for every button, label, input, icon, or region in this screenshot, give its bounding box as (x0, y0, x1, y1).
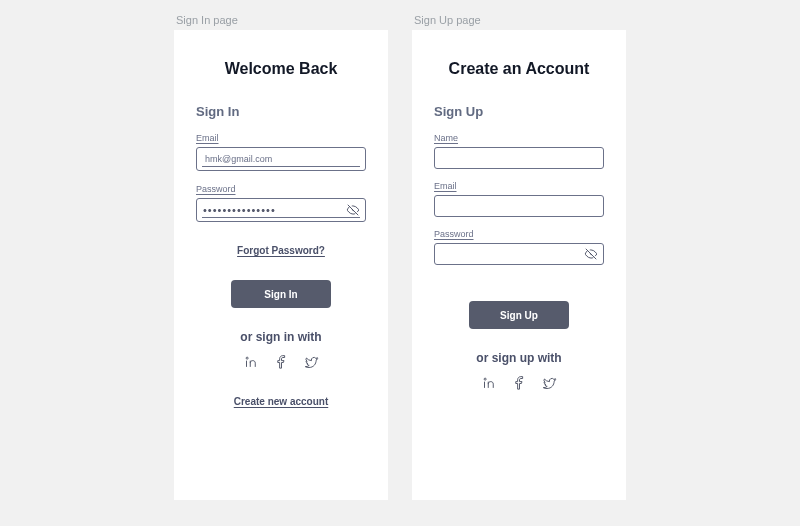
signup-password-field: Password (434, 229, 604, 265)
signin-submit-button[interactable]: Sign In (231, 280, 331, 308)
facebook-icon[interactable] (511, 375, 527, 391)
signup-password-input-box[interactable] (434, 243, 604, 265)
signin-section-heading: Sign In (196, 104, 366, 119)
signin-social-row (196, 354, 366, 370)
signup-name-label: Name (434, 133, 604, 143)
signup-password-label: Password (434, 229, 604, 239)
signin-password-label: Password (196, 184, 366, 194)
signup-page-label: Sign Up page (414, 14, 481, 26)
signin-email-underline (202, 166, 360, 167)
signup-title: Create an Account (434, 60, 604, 78)
signup-name-field: Name (434, 133, 604, 169)
facebook-icon[interactable] (273, 354, 289, 370)
signup-email-input[interactable] (441, 200, 597, 212)
svg-point-0 (246, 357, 248, 359)
forgot-password-link[interactable]: Forgot Password? (196, 245, 366, 256)
signin-page-label: Sign In page (176, 14, 238, 26)
signup-alt-heading: or sign up with (434, 351, 604, 365)
signin-password-underline (202, 217, 360, 218)
signup-email-label: Email (434, 181, 604, 191)
signin-password-input-box[interactable]: ••••••••••••••• (196, 198, 366, 222)
twitter-icon[interactable] (541, 375, 557, 391)
signup-password-input[interactable] (441, 248, 581, 260)
signin-email-input[interactable] (203, 153, 359, 165)
eye-off-icon[interactable] (345, 202, 361, 218)
signup-section-heading: Sign Up (434, 104, 604, 119)
signin-title: Welcome Back (196, 60, 366, 78)
signin-password-field: Password ••••••••••••••• (196, 184, 366, 223)
signup-email-field: Email (434, 181, 604, 217)
eye-off-icon[interactable] (583, 246, 599, 262)
signup-name-input[interactable] (441, 152, 597, 164)
signin-email-input-box[interactable] (196, 147, 366, 171)
signup-submit-button[interactable]: Sign Up (469, 301, 569, 329)
signup-social-row (434, 375, 604, 391)
signin-alt-heading: or sign in with (196, 330, 366, 344)
signin-card: Welcome Back Sign In Email Password ••••… (174, 30, 388, 500)
create-account-link[interactable]: Create new account (196, 396, 366, 407)
signin-email-label: Email (196, 133, 366, 143)
signup-email-input-box[interactable] (434, 195, 604, 217)
linkedin-icon[interactable] (243, 354, 259, 370)
svg-point-1 (484, 378, 486, 380)
signin-email-field: Email (196, 133, 366, 172)
signup-card: Create an Account Sign Up Name Email Pas… (412, 30, 626, 500)
twitter-icon[interactable] (303, 354, 319, 370)
signin-password-value-masked: ••••••••••••••• (203, 205, 276, 216)
linkedin-icon[interactable] (481, 375, 497, 391)
signup-name-input-box[interactable] (434, 147, 604, 169)
